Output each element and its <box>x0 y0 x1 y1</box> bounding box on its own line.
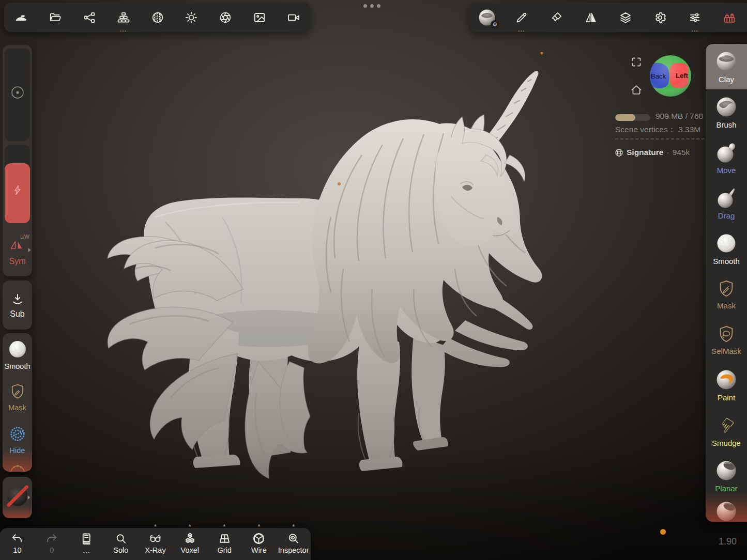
settings-button[interactable] <box>643 3 678 32</box>
grid-button-caret-icon: ▲ <box>222 523 226 527</box>
smooth-tool-icon <box>715 232 738 255</box>
tool-brush[interactable]: Brush <box>706 89 747 135</box>
quick-mask-button[interactable]: Mask <box>3 376 32 418</box>
lighting-button-icon <box>185 11 198 24</box>
undo-button[interactable]: 10 <box>0 528 35 560</box>
postprocess-button-icon <box>219 11 232 24</box>
smudge-tool-icon: ☞ <box>718 414 735 437</box>
topology-button-more-dots: … <box>119 25 127 33</box>
zoom-level-label: 1.90 <box>719 536 737 547</box>
tool-drag[interactable]: Drag <box>706 180 747 226</box>
active-material-button[interactable]: ⚙ <box>469 3 504 32</box>
right-tools-sidebar: ClayBrushMoveDragSmoothMaskSelMaskPaint☞… <box>706 44 747 522</box>
background-button-icon <box>253 11 266 24</box>
bottom-toolbar: 100…Solo▲X-Ray▲Voxel▲Grid▲Wire▲Inspector <box>0 528 311 560</box>
painting-button[interactable] <box>539 3 573 32</box>
quick-hide-label: Hide <box>10 446 25 455</box>
sub-mode-panel[interactable]: Sub <box>3 281 32 330</box>
grid-button[interactable]: ▲Grid <box>207 528 242 560</box>
topology-button[interactable]: … <box>106 3 141 32</box>
clay-tool-icon <box>715 50 738 73</box>
tool-next-tool[interactable] <box>706 499 747 522</box>
home-view-button[interactable] <box>630 84 643 96</box>
background-button[interactable] <box>242 3 277 32</box>
xray-button-label: X-Ray <box>145 546 165 554</box>
scene-object-name: Signature <box>627 148 663 157</box>
camera-button[interactable] <box>277 3 311 32</box>
solo-icon <box>114 531 128 546</box>
memory-usage-text: 909 MB / 768 MB <box>655 112 706 121</box>
scene-vertices-row: Scene vertices：3.33M <box>615 125 700 135</box>
xray-button[interactable]: ▲X-Ray <box>138 528 173 560</box>
quick-mask-icon <box>8 382 27 401</box>
tool-move[interactable]: Move <box>706 135 747 180</box>
material-matcap-button[interactable] <box>141 3 175 32</box>
sub-arrow-icon <box>10 292 25 307</box>
wire-button[interactable]: ▲Wire <box>241 528 276 560</box>
voxel-button[interactable]: ▲Voxel <box>173 528 207 560</box>
radius-slider-handle[interactable] <box>10 85 25 102</box>
intensity-slider[interactable] <box>5 145 30 223</box>
redo-button[interactable]: 0 <box>35 528 69 560</box>
left-quick-tools-panel: SmoothMaskHide <box>3 333 32 472</box>
symmetry-button-icon <box>584 11 598 24</box>
quick-smooth-label: Smooth <box>5 362 31 370</box>
quick-gizmo-button[interactable] <box>3 460 32 472</box>
inspector-button[interactable]: ▲Inspector <box>276 528 311 560</box>
tool-smooth[interactable]: Smooth <box>706 226 747 271</box>
layers-button[interactable] <box>608 3 643 32</box>
move-tool-icon <box>715 141 738 164</box>
active-material-button-icon: ⚙ <box>478 8 496 27</box>
next-tool-tool-icon <box>715 500 738 522</box>
tool-clay[interactable]: Clay <box>706 44 747 89</box>
scene-object-row[interactable]: Signature · 945k <box>615 148 690 157</box>
navball-left-face-label[interactable]: Left <box>676 72 688 80</box>
app-logo-button[interactable] <box>4 3 38 32</box>
undo-button-label: 10 <box>13 546 21 554</box>
symmetry-button[interactable] <box>573 3 608 32</box>
symmetry-expand-arrow[interactable] <box>27 245 32 255</box>
symmetry-toggle-icon[interactable] <box>9 238 24 253</box>
quick-smooth-button[interactable]: Smooth <box>3 333 32 376</box>
wire-icon <box>252 531 266 546</box>
debug-toolbox-button[interactable] <box>712 3 747 32</box>
nomad-sculpt-app: … ⚙…… ClayBrushMoveDragSmoothMaskSelMask… <box>0 0 747 560</box>
scene-object-vertex-count: 945k <box>673 148 690 157</box>
material-expand-arrow[interactable] <box>27 493 31 502</box>
paint-tool-icon <box>715 368 738 391</box>
scene-graph-button[interactable] <box>72 3 106 32</box>
files-button[interactable] <box>38 3 72 32</box>
stroke-button[interactable]: … <box>504 3 539 32</box>
quick-mask-label: Mask <box>8 403 26 412</box>
lighting-button[interactable] <box>174 3 208 32</box>
solo-button[interactable]: Solo <box>103 528 138 560</box>
interface-button-icon <box>688 11 702 24</box>
tool-mask[interactable]: Mask <box>706 271 747 317</box>
memory-usage-bar <box>615 114 650 121</box>
tool-smudge[interactable]: ☞Smudge <box>706 408 747 453</box>
smudge-tool-label: Smudge <box>712 439 741 447</box>
history-button[interactable]: … <box>69 528 104 560</box>
tool-paint[interactable]: Paint <box>706 362 747 408</box>
symmetry-toggle[interactable]: Sym <box>3 257 32 266</box>
app-logo-button-icon <box>13 11 29 24</box>
tool-selmask[interactable]: SelMask <box>706 317 747 362</box>
interface-button[interactable]: … <box>678 3 712 32</box>
topology-button-icon <box>117 11 130 24</box>
intensity-slider-fill <box>5 163 30 223</box>
material-slot-panel[interactable] <box>3 477 32 518</box>
inspector-button-label: Inspector <box>278 546 309 554</box>
interface-button-more-dots: … <box>691 25 699 33</box>
sub-mode-label: Sub <box>10 309 24 319</box>
symmetry-lw-label: L/W <box>20 234 29 240</box>
fullscreen-button[interactable] <box>630 56 643 68</box>
files-button-icon <box>49 11 62 24</box>
radius-slider[interactable] <box>5 48 30 141</box>
postprocess-button[interactable] <box>208 3 242 32</box>
debug-toolbox-button-icon <box>722 10 737 25</box>
quick-hide-button[interactable]: Hide <box>3 418 32 460</box>
mask-tool-label: Mask <box>717 301 736 310</box>
grid-button-label: Grid <box>217 546 231 554</box>
tool-planar[interactable]: Planar <box>706 453 747 499</box>
navball-back-face-label[interactable]: Back <box>651 72 666 80</box>
